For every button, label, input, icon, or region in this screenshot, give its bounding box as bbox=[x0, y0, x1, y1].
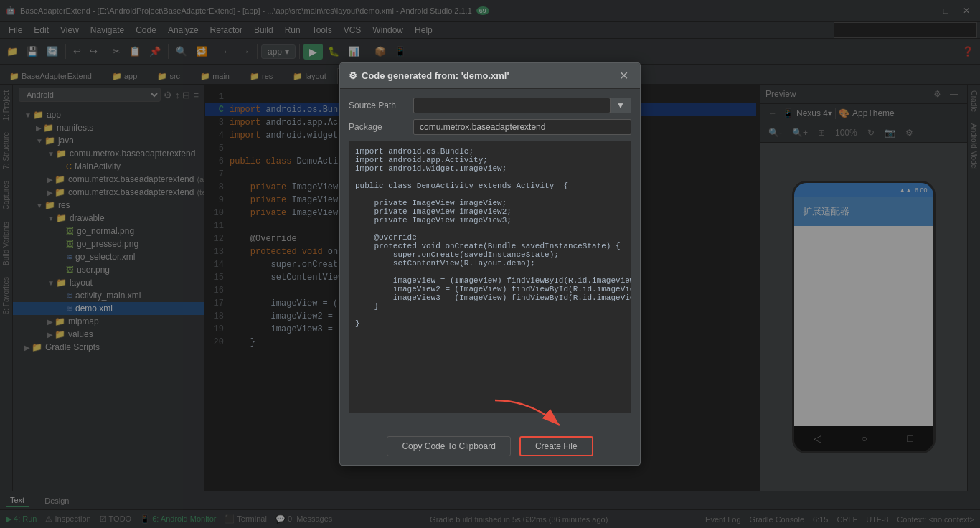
copy-code-button[interactable]: Copy Code To Clipboard bbox=[387, 436, 511, 456]
dialog-title-bar: ⚙ Code generated from: 'demo.xml' ✕ bbox=[340, 63, 640, 89]
create-file-button[interactable]: Create File bbox=[519, 436, 593, 456]
code-generated-dialog: ⚙ Code generated from: 'demo.xml' ✕ Sour… bbox=[339, 62, 641, 466]
package-label: Package bbox=[349, 122, 413, 132]
dialog-code-area: import android.os.Bundle; import android… bbox=[349, 141, 631, 413]
dialog-overlay[interactable]: ⚙ Code generated from: 'demo.xml' ✕ Sour… bbox=[0, 0, 980, 528]
source-path-input-group: ▼ bbox=[413, 98, 631, 113]
dialog-icon: ⚙ bbox=[349, 70, 357, 81]
source-path-browse[interactable]: ▼ bbox=[610, 98, 631, 113]
arrow-svg bbox=[488, 393, 574, 436]
source-path-field: Source Path ▼ bbox=[349, 98, 631, 113]
dialog-body: Source Path ▼ Package import android.os.… bbox=[340, 89, 640, 430]
source-path-input[interactable] bbox=[413, 98, 610, 113]
dialog-title: ⚙ Code generated from: 'demo.xml' bbox=[349, 70, 509, 81]
source-path-label: Source Path bbox=[349, 100, 413, 110]
dialog-close-button[interactable]: ✕ bbox=[616, 69, 631, 82]
package-input[interactable] bbox=[413, 119, 631, 135]
package-field: Package bbox=[349, 119, 631, 135]
